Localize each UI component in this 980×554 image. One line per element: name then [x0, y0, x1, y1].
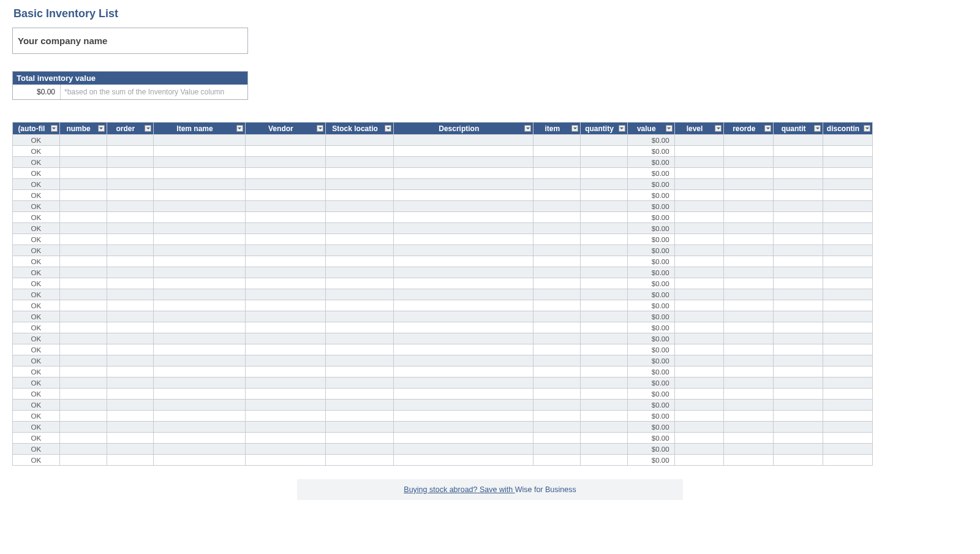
filter-dropdown-icon[interactable]	[236, 125, 243, 132]
cell-order[interactable]	[107, 311, 154, 322]
cell-disc[interactable]	[823, 311, 873, 322]
cell-auto[interactable]: OK	[13, 444, 60, 455]
cell-item[interactable]	[154, 135, 245, 146]
cell-vendor[interactable]	[245, 190, 325, 201]
cell-level[interactable]	[674, 267, 724, 278]
cell-qty[interactable]	[581, 278, 628, 289]
cell-qty[interactable]	[581, 422, 628, 433]
cell-auto[interactable]: OK	[13, 157, 60, 168]
cell-auto[interactable]: OK	[13, 433, 60, 444]
cell-auto[interactable]: OK	[13, 344, 60, 355]
cell-desc[interactable]	[394, 278, 533, 289]
cell-level[interactable]	[674, 411, 724, 422]
cell-itm[interactable]	[533, 201, 581, 212]
cell-qty[interactable]	[581, 455, 628, 466]
cell-order[interactable]	[107, 168, 154, 179]
cell-reorder[interactable]	[724, 400, 774, 411]
cell-desc[interactable]	[394, 223, 533, 234]
cell-qty[interactable]	[581, 389, 628, 400]
cell-qty[interactable]	[581, 433, 628, 444]
cell-level[interactable]	[674, 179, 724, 190]
cell-number[interactable]	[59, 444, 107, 455]
cell-auto[interactable]: OK	[13, 267, 60, 278]
cell-quant2[interactable]	[774, 135, 823, 146]
cell-qty[interactable]	[581, 444, 628, 455]
company-name-input[interactable]: Your company name	[12, 28, 248, 54]
cell-stock[interactable]	[326, 455, 394, 466]
cell-auto[interactable]: OK	[13, 422, 60, 433]
cell-quant2[interactable]	[774, 223, 823, 234]
cell-number[interactable]	[59, 344, 107, 355]
cell-stock[interactable]	[326, 256, 394, 267]
column-header-itm[interactable]: item	[533, 123, 581, 135]
cell-value[interactable]: $0.00	[627, 455, 674, 466]
cell-value[interactable]: $0.00	[627, 433, 674, 444]
cell-vendor[interactable]	[245, 278, 325, 289]
cell-reorder[interactable]	[724, 289, 774, 300]
cell-itm[interactable]	[533, 223, 581, 234]
cell-disc[interactable]	[823, 389, 873, 400]
filter-dropdown-icon[interactable]	[571, 125, 578, 132]
cell-value[interactable]: $0.00	[627, 212, 674, 223]
cell-reorder[interactable]	[724, 455, 774, 466]
cell-item[interactable]	[154, 378, 245, 389]
cell-number[interactable]	[59, 300, 107, 311]
cell-level[interactable]	[674, 311, 724, 322]
cell-reorder[interactable]	[724, 234, 774, 245]
cell-desc[interactable]	[394, 267, 533, 278]
cell-disc[interactable]	[823, 157, 873, 168]
cell-value[interactable]: $0.00	[627, 355, 674, 366]
column-header-disc[interactable]: discontin	[823, 123, 873, 135]
cell-value[interactable]: $0.00	[627, 267, 674, 278]
cell-reorder[interactable]	[724, 355, 774, 366]
cell-item[interactable]	[154, 444, 245, 455]
cell-desc[interactable]	[394, 333, 533, 344]
cell-vendor[interactable]	[245, 344, 325, 355]
cell-level[interactable]	[674, 245, 724, 256]
cell-number[interactable]	[59, 256, 107, 267]
cell-item[interactable]	[154, 157, 245, 168]
cell-quant2[interactable]	[774, 256, 823, 267]
cell-vendor[interactable]	[245, 400, 325, 411]
cell-reorder[interactable]	[724, 267, 774, 278]
cell-level[interactable]	[674, 389, 724, 400]
cell-itm[interactable]	[533, 168, 581, 179]
cell-qty[interactable]	[581, 234, 628, 245]
cell-order[interactable]	[107, 300, 154, 311]
cell-vendor[interactable]	[245, 366, 325, 378]
cell-disc[interactable]	[823, 289, 873, 300]
cell-qty[interactable]	[581, 201, 628, 212]
cell-itm[interactable]	[533, 444, 581, 455]
cell-stock[interactable]	[326, 322, 394, 333]
cell-desc[interactable]	[394, 344, 533, 355]
cell-order[interactable]	[107, 333, 154, 344]
cell-reorder[interactable]	[724, 179, 774, 190]
cell-reorder[interactable]	[724, 146, 774, 157]
cell-value[interactable]: $0.00	[627, 311, 674, 322]
cell-number[interactable]	[59, 311, 107, 322]
cell-stock[interactable]	[326, 245, 394, 256]
cell-reorder[interactable]	[724, 256, 774, 267]
cell-item[interactable]	[154, 179, 245, 190]
cell-quant2[interactable]	[774, 245, 823, 256]
cell-itm[interactable]	[533, 322, 581, 333]
footer-banner[interactable]: Buying stock abroad? Save with Wise for …	[297, 479, 683, 500]
cell-auto[interactable]: OK	[13, 300, 60, 311]
cell-qty[interactable]	[581, 179, 628, 190]
cell-desc[interactable]	[394, 256, 533, 267]
cell-stock[interactable]	[326, 201, 394, 212]
cell-item[interactable]	[154, 256, 245, 267]
cell-quant2[interactable]	[774, 289, 823, 300]
column-header-number[interactable]: numbe	[59, 123, 107, 135]
cell-value[interactable]: $0.00	[627, 411, 674, 422]
cell-desc[interactable]	[394, 179, 533, 190]
cell-level[interactable]	[674, 201, 724, 212]
cell-value[interactable]: $0.00	[627, 278, 674, 289]
cell-itm[interactable]	[533, 300, 581, 311]
cell-disc[interactable]	[823, 168, 873, 179]
cell-qty[interactable]	[581, 135, 628, 146]
filter-dropdown-icon[interactable]	[524, 125, 531, 132]
cell-quant2[interactable]	[774, 433, 823, 444]
cell-vendor[interactable]	[245, 355, 325, 366]
cell-value[interactable]: $0.00	[627, 444, 674, 455]
